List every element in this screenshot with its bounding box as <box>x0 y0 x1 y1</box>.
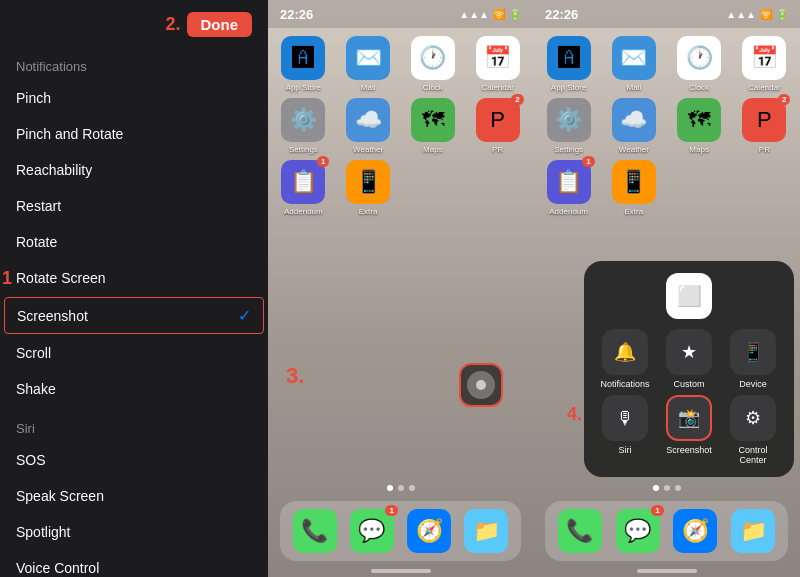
dock-app-messages[interactable]: 💬1 <box>616 509 660 553</box>
at-menu-icon-siri: 🎙 <box>602 395 648 441</box>
page-indicators <box>268 485 533 491</box>
menu-item-label: Speak Screen <box>16 488 104 504</box>
menu-item-screenshot[interactable]: Screenshot✓ <box>4 297 264 334</box>
app-icon-settings[interactable]: ⚙️Settings <box>539 98 598 154</box>
at-menu-item-label: Notifications <box>600 379 649 389</box>
menu-item-pinch-and-rotate[interactable]: Pinch and Rotate <box>0 116 268 152</box>
app-icon-app-store[interactable]: 🅰App Store <box>539 36 598 92</box>
menu-item-label: Restart <box>16 198 61 214</box>
app-icon-clock[interactable]: 🕐Clock <box>404 36 463 92</box>
dock-app-messages[interactable]: 💬1 <box>350 509 394 553</box>
badge: 1 <box>317 156 329 167</box>
assistive-touch-inner <box>467 371 495 399</box>
app-icon-weather[interactable]: ☁️Weather <box>604 98 663 154</box>
settings-icon: ⚙️ <box>547 98 591 142</box>
dock-app-phone[interactable]: 📞 <box>293 509 337 553</box>
middle-status-bar: 22:26 ▲▲▲ 🛜 🔋 <box>268 0 533 28</box>
app-icon-addendum[interactable]: 📋1Addendum <box>539 160 598 216</box>
wifi-icon: 🛜 <box>493 9 505 20</box>
dock-badge: 1 <box>385 505 397 516</box>
menu-item-siri: Siri <box>0 407 268 442</box>
right-time: 22:26 <box>545 7 578 22</box>
scrollbar-indicator <box>371 569 431 573</box>
extra-icon: 📱 <box>346 160 390 204</box>
app-icon-weather[interactable]: ☁️Weather <box>339 98 398 154</box>
middle-app-grid: 🅰App Store✉️Mail🕐Clock📅Calendar⚙️Setting… <box>268 30 533 222</box>
dock-badge: 1 <box>651 505 663 516</box>
menu-item-sos[interactable]: SOS <box>0 442 268 478</box>
at-menu-item-custom[interactable]: ★Custom <box>660 329 718 389</box>
safari-dock-icon: 🧭 <box>673 509 717 553</box>
menu-item-reachability[interactable]: Reachability <box>0 152 268 188</box>
dock-app-files[interactable]: 📁 <box>731 509 775 553</box>
step4-label: 4. <box>567 404 582 425</box>
app-icon-extra[interactable]: 📱Extra <box>604 160 663 216</box>
menu-item-spotlight[interactable]: Spotlight <box>0 514 268 550</box>
at-menu-item-control-center[interactable]: ⚙Control Center <box>724 395 782 465</box>
app-icon-settings[interactable]: ⚙️Settings <box>274 98 333 154</box>
app-icon-mail[interactable]: ✉️Mail <box>604 36 663 92</box>
at-menu-icon-notifications: 🔔 <box>602 329 648 375</box>
assistive-touch-button[interactable] <box>459 363 503 407</box>
app-label: Calendar <box>481 83 513 92</box>
right-status-icons: ▲▲▲ 🛜 🔋 <box>726 9 788 20</box>
at-menu-item-label: Control Center <box>724 445 782 465</box>
app-icon-pr[interactable]: P2PR <box>468 98 527 154</box>
at-menu-item-screenshot[interactable]: 📸Screenshot <box>660 395 718 465</box>
signal-icon: ▲▲▲ <box>459 9 489 20</box>
calendar-icon: 📅 <box>742 36 786 80</box>
menu-item-voice-control[interactable]: Voice Control <box>0 550 268 577</box>
at-menu-item-device[interactable]: 📱Device <box>724 329 782 389</box>
app-icon-app-store[interactable]: 🅰App Store <box>274 36 333 92</box>
app-label: Addendum <box>284 207 323 216</box>
status-icons: ▲▲▲ 🛜 🔋 <box>459 9 521 20</box>
dock-app-files[interactable]: 📁 <box>464 509 508 553</box>
at-menu-item-notifications[interactable]: 🔔Notifications <box>596 329 654 389</box>
checkmark-icon: ✓ <box>238 306 251 325</box>
app-label: PR <box>492 145 503 154</box>
at-menu-item-label: Device <box>739 379 767 389</box>
menu-item-pinch[interactable]: Pinch <box>0 80 268 116</box>
app-icon-clock[interactable]: 🕐Clock <box>670 36 729 92</box>
extra-icon: 📱 <box>612 160 656 204</box>
at-menu-item-label: Siri <box>619 445 632 455</box>
menu-item-rotate[interactable]: Rotate <box>0 224 268 260</box>
app-label: Extra <box>625 207 644 216</box>
app-icon-mail[interactable]: ✉️Mail <box>339 36 398 92</box>
app-icon-maps[interactable]: 🗺Maps <box>404 98 463 154</box>
dock-app-phone[interactable]: 📞 <box>558 509 602 553</box>
app-label: App Store <box>286 83 322 92</box>
app-icon-extra[interactable]: 📱Extra <box>339 160 398 216</box>
messages-dock-icon: 💬1 <box>350 509 394 553</box>
clock-icon: 🕐 <box>677 36 721 80</box>
done-button[interactable]: Done <box>187 12 253 37</box>
app-label: PR <box>759 145 770 154</box>
right-scrollbar-indicator <box>637 569 697 573</box>
app-store-icon: 🅰 <box>547 36 591 80</box>
menu-item-rotate-screen[interactable]: Rotate Screen <box>0 260 268 296</box>
dock-app-safari[interactable]: 🧭 <box>407 509 451 553</box>
menu-item-notifications: Notifications <box>0 45 268 80</box>
app-label: Weather <box>619 145 649 154</box>
menu-item-label: Reachability <box>16 162 92 178</box>
menu-item-scroll[interactable]: Scroll <box>0 335 268 371</box>
menu-item-shake[interactable]: Shake <box>0 371 268 407</box>
menu-item-label: Scroll <box>16 345 51 361</box>
dock-app-safari[interactable]: 🧭 <box>673 509 717 553</box>
phone-dock-icon: 📞 <box>558 509 602 553</box>
phone-dock: 📞💬1🧭📁 <box>280 501 521 561</box>
app-icon-pr[interactable]: P2PR <box>735 98 794 154</box>
menu-item-label: Pinch <box>16 90 51 106</box>
clock-icon: 🕐 <box>411 36 455 80</box>
at-menu-grid: 🔔Notifications★Custom📱Device🎙Siri📸Screen… <box>596 329 782 465</box>
mail-icon: ✉️ <box>612 36 656 80</box>
app-icon-addendum[interactable]: 📋1Addendum <box>274 160 333 216</box>
page-dot-1 <box>387 485 393 491</box>
at-home-button[interactable]: ⬜ <box>666 273 712 319</box>
at-menu-item-siri[interactable]: 🎙Siri <box>596 395 654 465</box>
menu-item-restart[interactable]: Restart <box>0 188 268 224</box>
menu-item-speak-screen[interactable]: Speak Screen <box>0 478 268 514</box>
app-icon-calendar[interactable]: 📅Calendar <box>468 36 527 92</box>
app-icon-calendar[interactable]: 📅Calendar <box>735 36 794 92</box>
app-icon-maps[interactable]: 🗺Maps <box>670 98 729 154</box>
